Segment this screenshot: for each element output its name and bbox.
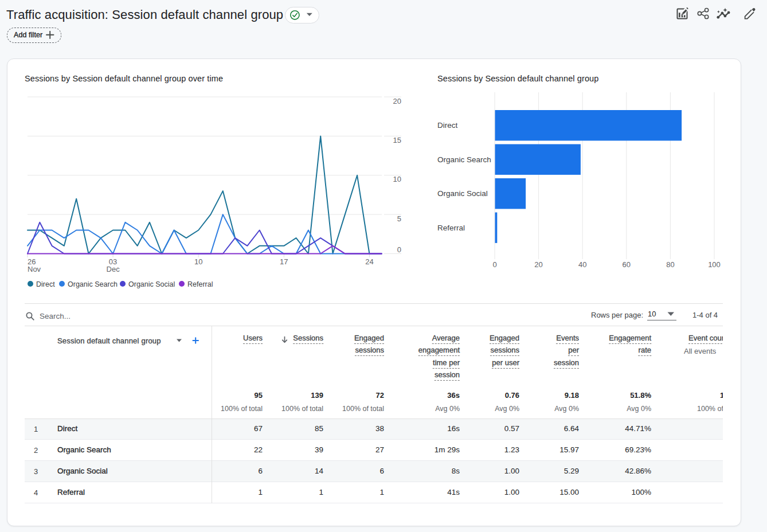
svg-text:10: 10 [393,175,401,183]
svg-text:20: 20 [534,260,542,269]
svg-text:Nov: Nov [28,265,41,273]
svg-text:5: 5 [397,214,401,223]
svg-text:0: 0 [397,245,401,254]
svg-text:Organic Search: Organic Search [437,155,491,164]
svg-text:0: 0 [492,260,496,269]
svg-text:17: 17 [280,257,288,266]
svg-text:10: 10 [194,257,202,266]
svg-text:100: 100 [708,260,721,269]
svg-text:24: 24 [365,257,373,266]
svg-text:Organic Social: Organic Social [437,189,488,198]
svg-text:80: 80 [666,260,674,269]
svg-text:Referral: Referral [437,224,465,232]
svg-text:40: 40 [578,260,586,269]
svg-text:60: 60 [623,260,631,269]
svg-text:Dec: Dec [107,265,120,273]
svg-text:20: 20 [393,97,401,105]
svg-text:15: 15 [393,136,401,144]
svg-text:Direct: Direct [437,121,458,130]
